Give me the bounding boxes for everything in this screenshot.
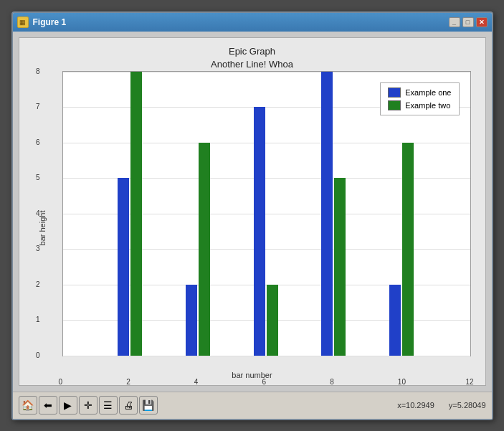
legend: Example oneExample two <box>380 82 459 115</box>
move-button[interactable]: ✛ <box>79 396 98 415</box>
bar-blue <box>254 107 265 355</box>
close-button[interactable]: ✕ <box>476 17 488 27</box>
legend-item: Example two <box>388 100 451 110</box>
y-tick: 3 <box>36 245 40 252</box>
bar-green <box>402 143 414 356</box>
legend-label: Example one <box>405 88 451 97</box>
window-icon: ▦ <box>17 16 29 28</box>
bar-blue <box>186 285 197 356</box>
print-button[interactable]: 🖨 <box>119 396 138 415</box>
x-tick: 0 <box>59 378 63 386</box>
bar-group <box>118 72 142 356</box>
y-tick: 0 <box>36 351 40 359</box>
bar-green <box>130 72 142 356</box>
chart-body: bar height 012345678 024681012 Example o… <box>19 71 485 385</box>
coord-x: x=10.2949 <box>397 401 434 409</box>
y-tick: 1 <box>36 316 40 323</box>
plot-area: 012345678 024681012 Example oneExample t… <box>62 71 471 356</box>
grid-line <box>63 356 470 356</box>
chart-title: Epic Graph Another Line! Whoa <box>19 38 485 71</box>
toolbar: 🏠⬅▶✛☰🖨💾 x=10.2949 y=5.28049 <box>13 392 492 419</box>
bar-group <box>254 72 278 356</box>
main-window: ▦ Figure 1 _ □ ✕ Epic Graph Another Line… <box>11 11 493 420</box>
bar-green <box>334 178 346 355</box>
x-tick: 12 <box>466 378 474 386</box>
legend-label: Example two <box>405 101 450 110</box>
x-tick: 8 <box>330 378 334 386</box>
x-tick: 10 <box>398 378 406 386</box>
minimize-button[interactable]: _ <box>449 17 460 27</box>
back-button[interactable]: ⬅ <box>39 396 57 415</box>
titlebar: ▦ Figure 1 _ □ ✕ <box>13 13 492 32</box>
y-tick: 2 <box>36 280 40 288</box>
maximize-button[interactable]: □ <box>462 17 474 27</box>
chart-title-line1: Epic Graph <box>19 45 485 58</box>
y-tick: 5 <box>36 174 40 181</box>
save-button[interactable]: 💾 <box>139 396 158 415</box>
chart-area: Epic Graph Another Line! Whoa bar height… <box>19 37 486 386</box>
y-tick: 4 <box>36 209 40 217</box>
legend-color-box <box>388 100 401 110</box>
toolbar-coords: x=10.2949 y=5.28049 <box>397 401 485 409</box>
y-tick: 6 <box>36 138 40 146</box>
bar-group <box>321 72 346 356</box>
x-tick: 4 <box>194 378 199 386</box>
bar-group <box>186 72 210 356</box>
x-tick: 2 <box>126 378 130 386</box>
forward-button[interactable]: ▶ <box>59 396 77 415</box>
home-button[interactable]: 🏠 <box>19 396 37 415</box>
y-tick: 7 <box>36 103 40 110</box>
coord-y: y=5.28049 <box>449 401 486 409</box>
bar-green <box>199 143 210 356</box>
toolbar-buttons: 🏠⬅▶✛☰🖨💾 <box>19 396 158 415</box>
legend-color-box <box>388 87 401 98</box>
bar-blue <box>389 285 401 356</box>
window-title: Figure 1 <box>33 17 449 27</box>
bar-blue <box>321 72 333 356</box>
bar-blue <box>118 178 129 355</box>
titlebar-buttons: _ □ ✕ <box>449 17 488 27</box>
bar-green <box>267 285 278 356</box>
legend-item: Example one <box>388 87 451 98</box>
y-tick: 8 <box>36 67 40 75</box>
chart-title-line2: Another Line! Whoa <box>19 58 485 71</box>
select-button[interactable]: ☰ <box>99 396 118 415</box>
content-area: Epic Graph Another Line! Whoa bar height… <box>13 32 492 392</box>
x-axis-label: bar number <box>232 371 272 379</box>
